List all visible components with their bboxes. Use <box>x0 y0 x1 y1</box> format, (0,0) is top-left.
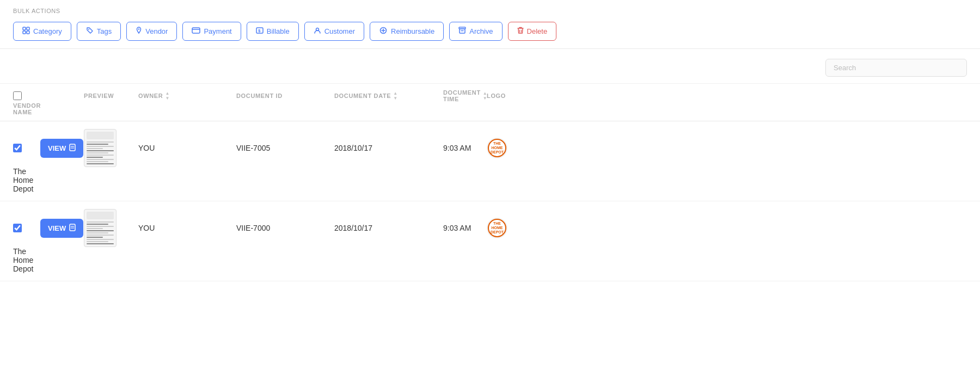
row2-vendor-name: The Home Depot <box>13 247 40 273</box>
doc-id-col-label: DOCUMENT ID <box>236 93 283 99</box>
row1-view-label: VIEW <box>48 144 66 152</box>
owner-col-label: OWNER <box>138 93 163 99</box>
row1-vendor-logo: THEHOMEDEPOT <box>487 138 507 158</box>
vendor-button[interactable]: Vendor <box>126 22 177 41</box>
row1-preview-col <box>84 129 138 167</box>
table-section: PREVIEW OWNER ▲ ▼ DOCUMENT ID DOCUMENT D… <box>0 49 980 281</box>
row1-hd-text: THEHOMEDEPOT <box>491 141 504 154</box>
header-doc-time-col[interactable]: DOCUMENT TIME ▲ ▼ <box>443 89 487 102</box>
customer-label: Customer <box>324 27 355 35</box>
select-all-checkbox[interactable] <box>13 91 22 100</box>
payment-icon <box>192 27 200 35</box>
row1-owner: YOU <box>138 144 236 152</box>
delete-icon <box>517 27 524 36</box>
row1-logo-col: THEHOMEDEPOT <box>487 138 967 158</box>
row1-document-date: 2018/10/17 <box>334 144 443 152</box>
customer-button[interactable]: Customer <box>304 22 364 41</box>
archive-icon <box>458 27 466 36</box>
row2-actions-cell: VIEW ⋮ <box>40 218 84 238</box>
billable-icon: $ <box>256 27 264 36</box>
search-row <box>0 49 980 84</box>
vendor-name-col-label: VENDOR NAME <box>13 102 41 115</box>
table-row: VIEW ⋮ <box>0 201 980 281</box>
row1-vendor-name: The Home Depot <box>13 167 40 193</box>
reimbursable-label: Reimbursable <box>391 27 434 35</box>
vendor-icon <box>136 27 142 36</box>
header-doc-id-col: DOCUMENT ID <box>236 93 334 99</box>
row1-checkbox[interactable] <box>13 144 22 152</box>
header-logo-col: LOGO <box>487 93 967 99</box>
svg-rect-3 <box>27 31 29 34</box>
bulk-actions-label: BULK ACTIONS <box>13 8 967 14</box>
reimbursable-icon <box>379 27 388 36</box>
table-header: PREVIEW OWNER ▲ ▼ DOCUMENT ID DOCUMENT D… <box>0 84 980 121</box>
row2-preview-col <box>84 209 138 247</box>
svg-rect-20 <box>70 224 75 231</box>
reimbursable-button[interactable]: Reimbursable <box>370 22 444 41</box>
row2-document-id: VIIE-7000 <box>236 224 334 232</box>
header-preview-col: PREVIEW <box>84 93 138 99</box>
row2-vendor-logo: THEHOMEDEPOT <box>487 218 507 238</box>
tags-icon <box>86 27 94 36</box>
header-owner-col[interactable]: OWNER ▲ ▼ <box>138 91 236 101</box>
row2-document-date: 2018/10/17 <box>334 224 443 232</box>
delete-label: Delete <box>527 27 548 35</box>
doc-time-sort-icon[interactable]: ▲ ▼ <box>483 91 488 101</box>
row1-receipt-preview <box>84 130 116 167</box>
category-button[interactable]: Category <box>13 22 71 41</box>
row2-hd-text: THEHOMEDEPOT <box>491 221 504 234</box>
svg-rect-17 <box>70 144 75 151</box>
vendor-label: Vendor <box>145 27 168 35</box>
svg-rect-6 <box>192 28 200 33</box>
doc-time-col-label: DOCUMENT TIME <box>443 89 481 102</box>
bulk-actions-bar: BULK ACTIONS Category Tags <box>0 0 980 49</box>
row1-document-time: 9:03 AM <box>443 144 487 152</box>
owner-sort-icon[interactable]: ▲ ▼ <box>165 91 170 101</box>
tags-label: Tags <box>97 27 112 35</box>
row1-document-id: VIIE-7005 <box>236 144 334 152</box>
archive-button[interactable]: Archive <box>449 22 502 41</box>
doc-date-col-label: DOCUMENT DATE <box>334 93 391 99</box>
row2-view-doc-icon <box>69 224 76 233</box>
row1-view-button[interactable]: VIEW <box>40 139 83 158</box>
svg-rect-1 <box>27 27 29 30</box>
doc-date-sort-icon[interactable]: ▲ ▼ <box>393 91 398 101</box>
payment-label: Payment <box>204 27 231 35</box>
preview-col-label: PREVIEW <box>84 93 114 99</box>
billable-button[interactable]: $ Billable <box>247 22 299 41</box>
row2-logo-col: THEHOMEDEPOT <box>487 218 967 238</box>
row2-receipt-preview <box>84 210 116 247</box>
row1-view-doc-icon <box>69 144 76 153</box>
row2-view-label: VIEW <box>48 224 66 232</box>
row2-home-depot-logo-inner: THEHOMEDEPOT <box>488 219 506 237</box>
row2-view-button[interactable]: VIEW <box>40 219 83 238</box>
logo-col-label: LOGO <box>487 93 506 99</box>
row2-checkbox-col <box>13 224 40 232</box>
table-row: VIEW ⋮ <box>0 121 980 201</box>
row1-preview-thumb <box>84 129 117 167</box>
tags-button[interactable]: Tags <box>77 22 121 41</box>
row1-actions-cell: VIEW ⋮ <box>40 138 84 158</box>
svg-point-4 <box>88 29 89 30</box>
bulk-action-buttons: Category Tags Vendor <box>13 22 967 41</box>
row1-home-depot-logo-inner: THEHOMEDEPOT <box>488 139 506 157</box>
header-doc-date-col[interactable]: DOCUMENT DATE ▲ ▼ <box>334 91 443 101</box>
row2-document-time: 9:03 AM <box>443 224 487 232</box>
row2-checkbox[interactable] <box>13 224 22 232</box>
row1-checkbox-col <box>13 144 40 152</box>
receipt-logo <box>87 212 114 219</box>
svg-rect-2 <box>23 31 26 34</box>
customer-icon <box>314 27 321 36</box>
payment-button[interactable]: Payment <box>182 22 241 41</box>
receipt-logo <box>87 132 114 139</box>
header-checkbox-col <box>13 91 40 100</box>
delete-button[interactable]: Delete <box>508 22 557 41</box>
archive-label: Archive <box>469 27 493 35</box>
header-vendor-name-col: VENDOR NAME <box>13 102 40 115</box>
search-input[interactable] <box>825 59 967 77</box>
category-icon <box>22 27 30 36</box>
row2-owner: YOU <box>138 224 236 232</box>
svg-text:$: $ <box>258 28 261 33</box>
svg-point-5 <box>138 28 139 29</box>
category-label: Category <box>33 27 62 35</box>
